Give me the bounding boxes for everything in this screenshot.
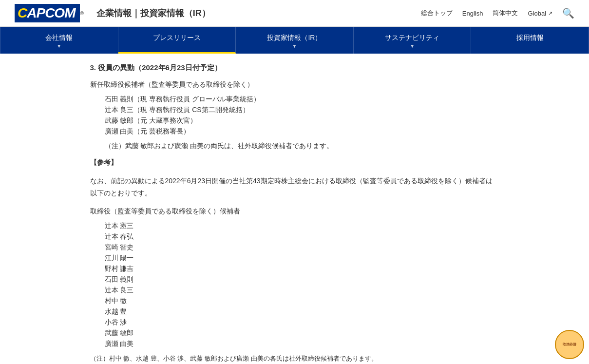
- nav-top-link[interactable]: 総合トップ: [421, 9, 453, 18]
- header-left: CAPCOM® 企業情報｜投資家情報（IR）: [15, 4, 210, 22]
- list-item: 石田 義則: [105, 275, 499, 284]
- watermark: 吃鸡谷游: [555, 330, 584, 359]
- main-nav: 会社情報 ▼ プレスリリース 投資家情報（IR） ▼ サステナビリティ ▼ 採用…: [0, 27, 589, 54]
- nav-investor-info[interactable]: 投資家情報（IR） ▼: [236, 27, 354, 54]
- nav-sustainability[interactable]: サステナビリティ ▼: [354, 27, 472, 54]
- candidates-list: 辻本 憲三 辻本 春弘 宮崎 智史 江川 陽一 野村 謙吉 石田 義則 辻本 良…: [105, 222, 499, 348]
- nav-press-release[interactable]: プレスリリース: [118, 27, 236, 54]
- list-item: 水越 豊: [105, 307, 499, 316]
- nav-company-info-label: 会社情報: [45, 34, 73, 41]
- nav-investor-info-chevron: ▼: [241, 43, 348, 49]
- bottom-note: （注）村中 徹、水越 豊、小谷 渉、武藤 敏郎および廣瀬 由美の各氏は社外取締役…: [90, 354, 499, 363]
- reference-label: 【参考】: [90, 158, 499, 167]
- site-title: 企業情報｜投資家情報（IR）: [96, 7, 210, 19]
- list-item: 江川 陽一: [105, 254, 499, 263]
- list-item: 辻本 良三: [105, 286, 499, 295]
- section-title: 3. 役員の異動（2022年6月23日付予定）: [90, 63, 499, 73]
- reference-paragraph: なお、前記の異動による2022年6月23日開催の当社第43期定時株主総会における…: [90, 175, 499, 199]
- list-item: 野村 謙吉: [105, 265, 499, 273]
- list-item: 辻本 春弘: [105, 232, 499, 241]
- list-item: 小谷 渉: [105, 318, 499, 327]
- nav-investor-info-label: 投資家情報（IR）: [267, 34, 322, 41]
- header-nav: 総合トップ English 简体中文 Global 🔍: [421, 7, 574, 19]
- candidates-label: 取締役（監査等委員である取締役を除く）候補者: [90, 207, 499, 216]
- list-item: 辻本 憲三: [105, 222, 499, 230]
- logo-area[interactable]: CAPCOM®: [15, 4, 84, 22]
- new-directors-list: 石田 義則（現 専務執行役員 グローバル事業統括） 辻本 良三（現 専務執行役員…: [105, 95, 499, 136]
- nav-careers[interactable]: 採用情報: [471, 27, 589, 54]
- page-header: CAPCOM® 企業情報｜投資家情報（IR） 総合トップ English 简体中…: [0, 0, 589, 27]
- capcom-logo: CAPCOM®: [15, 4, 84, 22]
- list-item: 辻本 良三（現 専務執行役員 CS第二開発統括）: [105, 106, 499, 115]
- list-item: 村中 徹: [105, 297, 499, 306]
- list-item: 武藤 敏郎（元 大蔵事務次官）: [105, 116, 499, 125]
- list-item: 武藤 敏郎: [105, 329, 499, 338]
- nav-global-link[interactable]: Global: [528, 10, 552, 17]
- nav-company-info[interactable]: 会社情報 ▼: [0, 27, 118, 54]
- list-item: 石田 義則（現 専務執行役員 グローバル事業統括）: [105, 95, 499, 104]
- nav-english-link[interactable]: English: [462, 10, 483, 17]
- nav-press-release-label: プレスリリース: [153, 34, 201, 41]
- new-director-subtitle: 新任取締役候補者（監査等委員である取締役を除く）: [90, 80, 499, 89]
- nav-sustainability-label: サステナビリティ: [385, 34, 439, 41]
- list-item: 廣瀬 由美（元 芸税務署長）: [105, 127, 499, 136]
- list-item: 廣瀬 由美: [105, 340, 499, 348]
- search-button[interactable]: 🔍: [562, 7, 574, 19]
- main-content: 3. 役員の異動（2022年6月23日付予定） 新任取締役候補者（監査等委員であ…: [76, 54, 514, 364]
- nav-chinese-link[interactable]: 简体中文: [493, 9, 518, 18]
- new-director-note: （注）武藤 敏郎および廣瀬 由美の両氏は、社外取締役候補者であります。: [105, 142, 499, 151]
- nav-sustainability-chevron: ▼: [359, 43, 466, 49]
- nav-careers-label: 採用情報: [516, 34, 544, 41]
- list-item: 宮崎 智史: [105, 243, 499, 252]
- nav-company-info-chevron: ▼: [5, 43, 113, 49]
